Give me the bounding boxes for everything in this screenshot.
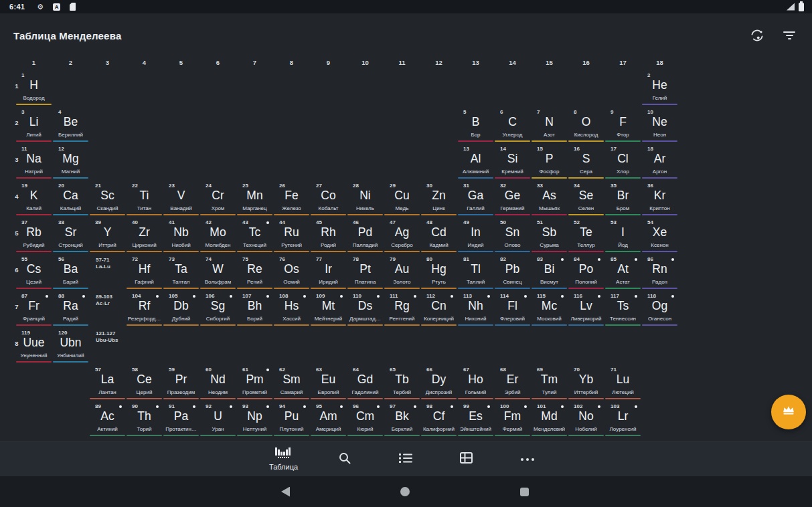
element-mn[interactable]: 25MnМарганец bbox=[236, 181, 273, 217]
element-b[interactable]: 5BБор bbox=[457, 108, 494, 143]
element-tb[interactable]: 65TbТербий bbox=[384, 365, 420, 401]
element-ne[interactable]: 10NeНеон bbox=[641, 108, 678, 143]
element-fr[interactable]: 87FrФранций bbox=[15, 292, 52, 327]
element-og[interactable]: 118OgОганесон bbox=[641, 292, 678, 327]
element-ca[interactable]: 20CaКальций bbox=[52, 181, 89, 217]
element-cd[interactable]: 48CdКадмий bbox=[420, 218, 457, 254]
element-na[interactable]: 11NaНатрий bbox=[15, 144, 52, 180]
element-pd[interactable]: 46PdПалладий bbox=[347, 218, 384, 254]
element-as[interactable]: 33AsМышьяк bbox=[531, 181, 568, 217]
element-h[interactable]: 1HВодород bbox=[15, 71, 52, 106]
element-eu[interactable]: 63EuЕвропий bbox=[310, 365, 347, 401]
element-gd[interactable]: 64GdГадолиний bbox=[347, 365, 384, 401]
element-ir[interactable]: 77IrИридий bbox=[310, 255, 347, 290]
element-se[interactable]: 34SeСелен bbox=[568, 181, 604, 217]
nav-tab-more[interactable] bbox=[497, 442, 558, 476]
element-mg[interactable]: 12MgМагний bbox=[52, 144, 89, 180]
element-f[interactable]: 9FФтор bbox=[604, 108, 641, 143]
element-te[interactable]: 52TeТеллур bbox=[568, 218, 604, 254]
element-nh[interactable]: 113NhНихоний bbox=[457, 292, 494, 327]
element-s[interactable]: 16SСера bbox=[568, 144, 604, 180]
periodic-table[interactable]: 123456789101112131415161718123456781HВод… bbox=[0, 0, 812, 507]
element-i[interactable]: 53IЙод bbox=[604, 218, 641, 254]
element-nd[interactable]: 60NdНеодим bbox=[199, 365, 236, 401]
element-nb[interactable]: 41NbНиобий bbox=[163, 218, 199, 254]
element-cn[interactable]: 112CnКоперниций bbox=[420, 292, 457, 327]
premium-fab[interactable] bbox=[771, 395, 806, 429]
element-ac[interactable]: 89AcАктиний bbox=[89, 402, 126, 437]
nav-tab-search[interactable] bbox=[314, 442, 375, 476]
element-zn[interactable]: 30ZnЦинк bbox=[420, 181, 457, 217]
range-placeholder-la-lu[interactable]: 57-71La-Lu bbox=[89, 255, 126, 290]
recents-icon[interactable] bbox=[520, 488, 529, 496]
element-mt[interactable]: 109MtМейтнерий bbox=[310, 292, 347, 327]
element-sm[interactable]: 62SmСамарий bbox=[273, 365, 310, 401]
element-lu[interactable]: 71LuЛютеций bbox=[604, 365, 641, 401]
element-zr[interactable]: 40ZrЦирконий bbox=[126, 218, 163, 254]
element-ti[interactable]: 22TiТитан bbox=[126, 181, 163, 217]
element-y[interactable]: 39YИттрий bbox=[89, 218, 126, 254]
nav-tab-table[interactable]: Таблица bbox=[253, 442, 314, 476]
element-pb[interactable]: 82PbСвинец bbox=[494, 255, 531, 290]
element-cl[interactable]: 17ClХлор bbox=[604, 144, 641, 180]
element-tc[interactable]: 43TcТехнеций bbox=[236, 218, 273, 254]
element-sr[interactable]: 38SrСтронций bbox=[52, 218, 89, 254]
element-ts[interactable]: 117TsТеннессин bbox=[604, 292, 641, 327]
element-xe[interactable]: 54XeКсенон bbox=[641, 218, 678, 254]
element-br[interactable]: 35BrБром bbox=[604, 181, 641, 217]
element-pa[interactable]: 91PaПротактин… bbox=[163, 402, 199, 437]
element-ar[interactable]: 18ArАргон bbox=[641, 144, 678, 180]
element-no[interactable]: 102NoНобелий bbox=[568, 402, 604, 437]
element-be[interactable]: 4BeБериллий bbox=[52, 108, 89, 143]
element-at[interactable]: 85AtАстат bbox=[604, 255, 641, 290]
element-dy[interactable]: 66DyДиспрозий bbox=[420, 365, 457, 401]
element-au[interactable]: 79AuЗолото bbox=[384, 255, 420, 290]
element-tl[interactable]: 81TlТаллий bbox=[457, 255, 494, 290]
element-w[interactable]: 74WВольфрам bbox=[199, 255, 236, 290]
element-cf[interactable]: 98CfКалифорний bbox=[420, 402, 457, 437]
element-lr[interactable]: 103LrЛоуренсий bbox=[604, 402, 641, 437]
element-n[interactable]: 7NАзот bbox=[531, 108, 568, 143]
element-bh[interactable]: 107BhБорий bbox=[236, 292, 273, 327]
element-he[interactable]: 2HeГелий bbox=[641, 71, 678, 106]
element-am[interactable]: 95AmАмериций bbox=[310, 402, 347, 437]
element-sb[interactable]: 51SbСурьма bbox=[531, 218, 568, 254]
element-bi[interactable]: 83BiВисмут bbox=[531, 255, 568, 290]
home-icon[interactable] bbox=[400, 487, 410, 496]
element-os[interactable]: 76OsОсмий bbox=[273, 255, 310, 290]
element-po[interactable]: 84PoПолоний bbox=[568, 255, 604, 290]
element-ho[interactable]: 67HoГольмий bbox=[457, 365, 494, 401]
element-u[interactable]: 92UУран bbox=[199, 402, 236, 437]
element-lv[interactable]: 116LvЛиверморий bbox=[568, 292, 604, 327]
element-o[interactable]: 8OКислород bbox=[568, 108, 604, 143]
element-ra[interactable]: 88RaРадий bbox=[52, 292, 89, 327]
element-sc[interactable]: 21ScСкандий bbox=[89, 181, 126, 217]
element-mo[interactable]: 42MoМолибден bbox=[199, 218, 236, 254]
nav-tab-grid[interactable] bbox=[436, 442, 497, 476]
element-ag[interactable]: 47AgСеребро bbox=[384, 218, 420, 254]
element-ga[interactable]: 31GaГаллий bbox=[457, 181, 494, 217]
element-hf[interactable]: 72HfГафний bbox=[126, 255, 163, 290]
element-sg[interactable]: 106SgСиборгий bbox=[199, 292, 236, 327]
element-pu[interactable]: 94PuПлутоний bbox=[273, 402, 310, 437]
element-ta[interactable]: 73TaТантал bbox=[163, 255, 199, 290]
element-cr[interactable]: 24CrХром bbox=[199, 181, 236, 217]
nav-tab-list[interactable] bbox=[375, 442, 436, 476]
element-pm[interactable]: 61PmПрометий bbox=[236, 365, 273, 401]
element-k[interactable]: 19KКалий bbox=[15, 181, 52, 217]
element-cm[interactable]: 96CmКюрий bbox=[347, 402, 384, 437]
element-p[interactable]: 15PФосфор bbox=[531, 144, 568, 180]
element-in[interactable]: 49InИндий bbox=[457, 218, 494, 254]
element-pr[interactable]: 59PrПразеодим bbox=[163, 365, 199, 401]
element-la[interactable]: 57LaЛантан bbox=[89, 365, 126, 401]
element-th[interactable]: 90ThТорий bbox=[126, 402, 163, 437]
element-fm[interactable]: 100FmФермий bbox=[494, 402, 531, 437]
element-bk[interactable]: 97BkБерклий bbox=[384, 402, 420, 437]
back-icon[interactable] bbox=[281, 487, 290, 497]
element-er[interactable]: 68ErЭрбий bbox=[494, 365, 531, 401]
range-placeholder-ubu-ubs[interactable]: 121-127Ubu-Ubs bbox=[89, 328, 126, 364]
element-tm[interactable]: 69TmТулий bbox=[531, 365, 568, 401]
element-ds[interactable]: 110DsДармштад… bbox=[347, 292, 384, 327]
element-ni[interactable]: 28NiНикель bbox=[347, 181, 384, 217]
element-si[interactable]: 14SiКремний bbox=[494, 144, 531, 180]
